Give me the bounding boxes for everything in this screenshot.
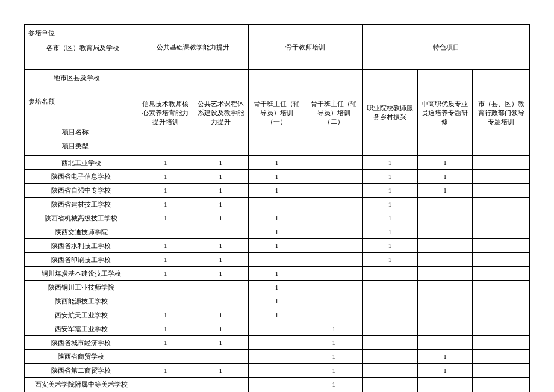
- cell: [305, 281, 363, 294]
- header-project: 项目名称: [28, 128, 134, 137]
- row-label: 陕西省第二商贸学校: [25, 364, 138, 378]
- cell: [193, 350, 249, 364]
- header-quota: 参培名额: [28, 97, 134, 106]
- cell: [363, 308, 418, 322]
- cell: 1: [193, 308, 249, 322]
- cell: [473, 253, 530, 267]
- cell: 1: [138, 198, 193, 211]
- cell: [193, 378, 249, 391]
- cell: 1: [138, 211, 193, 225]
- cell: [417, 225, 473, 239]
- cell: 1: [305, 322, 363, 336]
- group-header-0: 公共基础课教学能力提升: [138, 25, 248, 70]
- cell: [305, 294, 363, 308]
- header-types: 项目类型: [28, 142, 134, 151]
- cell: [138, 281, 193, 294]
- cell: [473, 350, 530, 364]
- table-row: 陕西交通技师学院11: [25, 225, 530, 239]
- cell: [305, 267, 363, 281]
- cell: [248, 364, 305, 378]
- cell: [305, 211, 363, 225]
- cell: 1: [305, 336, 363, 350]
- cell: [305, 156, 363, 170]
- header-unit-block: 参培单位 各市（区）教育局及学校: [25, 25, 138, 70]
- header-unit: 参培单位: [28, 28, 134, 37]
- cell: 1: [138, 239, 193, 253]
- program-header-3: 骨干班主任（辅导员）培训（二）: [305, 70, 363, 156]
- cell: [473, 294, 530, 308]
- table-row: 西安航天工业学校111: [25, 308, 530, 322]
- row-label: 西安航天工业学校: [25, 308, 138, 322]
- cell: 1: [248, 156, 305, 170]
- cell: 1: [193, 364, 249, 378]
- cell: [305, 225, 363, 239]
- table-row: 西安军需工业学校111: [25, 322, 530, 336]
- row-label: 铜川煤炭基本建设技工学校: [25, 267, 138, 281]
- cell: 1: [138, 267, 193, 281]
- cell: [417, 378, 473, 391]
- cell: 1: [417, 364, 473, 378]
- cell: [473, 281, 530, 294]
- cell: 1: [138, 336, 193, 350]
- program-header-4: 职业院校教师服务乡村振兴: [363, 70, 418, 156]
- row-label: 陕西能源技工学校: [25, 294, 138, 308]
- cell: [193, 225, 249, 239]
- table-row: 铜川煤炭基本建设技工学校111: [25, 267, 530, 281]
- cell: [473, 156, 530, 170]
- cell: 1: [248, 294, 305, 308]
- program-header-6: 市（县、区）教育行政部门领导专题培训: [473, 70, 530, 156]
- cell: 1: [193, 198, 249, 211]
- table-row: 陕西省印刷技工学校111: [25, 253, 530, 267]
- row-label: 陕西省印刷技工学校: [25, 253, 138, 267]
- cell: [305, 308, 363, 322]
- program-header-5: 中高职优质专业贯通培养专题研修: [417, 70, 473, 156]
- cell: 1: [305, 378, 363, 391]
- cell: [473, 211, 530, 225]
- cell: 1: [363, 184, 418, 198]
- row-label: 陕西省水利技工学校: [25, 239, 138, 253]
- cell: [305, 170, 363, 184]
- row-label: 陕西省自强中专学校: [25, 184, 138, 198]
- row-label: 西北工业学校: [25, 156, 138, 170]
- cell: 1: [363, 239, 418, 253]
- cell: 1: [193, 253, 249, 267]
- row-label: 陕西省机械高级技工学校: [25, 211, 138, 225]
- header-subsub: 地市区县及学校: [28, 73, 134, 82]
- table-row: 陕西能源技工学校1: [25, 294, 530, 308]
- cell: [417, 198, 473, 211]
- cell: [248, 336, 305, 350]
- cell: 1: [193, 239, 249, 253]
- table-row: 陕西省电子信息学校11111: [25, 170, 530, 184]
- cell: 1: [193, 336, 249, 350]
- cell: 1: [138, 170, 193, 184]
- cell: 1: [363, 253, 418, 267]
- cell: 1: [193, 170, 249, 184]
- cell: [417, 267, 473, 281]
- cell: [417, 239, 473, 253]
- cell: [417, 308, 473, 322]
- cell: [417, 322, 473, 336]
- cell: 1: [417, 170, 473, 184]
- cell: [363, 267, 418, 281]
- row-label: 陕西省建材技工学校: [25, 198, 138, 211]
- row-label: 西安美术学院附属中等美术学校: [25, 378, 138, 391]
- cell: 1: [363, 170, 418, 184]
- cell: [248, 253, 305, 267]
- cell: 1: [138, 253, 193, 267]
- cell: 1: [363, 211, 418, 225]
- cell: 1: [248, 225, 305, 239]
- cell: 1: [363, 156, 418, 170]
- cell: [473, 225, 530, 239]
- table-row: 陕西省自强中专学校11111: [25, 184, 530, 198]
- cell: 1: [248, 281, 305, 294]
- allocation-table: 参培单位 各市（区）教育局及学校 公共基础课教学能力提升 骨干教师培训 特色项目…: [24, 24, 530, 392]
- cell: [473, 239, 530, 253]
- table-row: 陕西省机械高级技工学校1111: [25, 211, 530, 225]
- table-row: 陕西省建材技工学校111: [25, 198, 530, 211]
- cell: [248, 378, 305, 391]
- cell: 1: [248, 267, 305, 281]
- cell: 1: [138, 308, 193, 322]
- cell: 1: [138, 184, 193, 198]
- cell: 1: [248, 308, 305, 322]
- cell: 1: [193, 211, 249, 225]
